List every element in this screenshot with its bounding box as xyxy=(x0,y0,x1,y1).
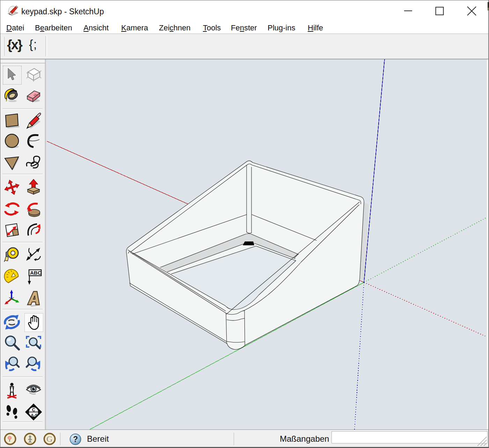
svg-text:G: G xyxy=(46,434,52,443)
svg-text:?: ? xyxy=(73,435,78,444)
svg-text:A-5: A-5 xyxy=(31,413,38,418)
svg-text:C: C xyxy=(32,407,36,412)
svg-text:ABC: ABC xyxy=(30,270,42,276)
